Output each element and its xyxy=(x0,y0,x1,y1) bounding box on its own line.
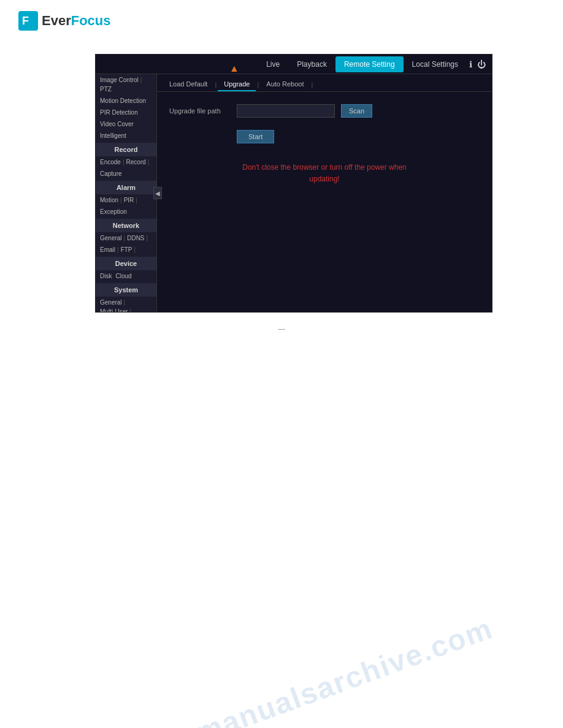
sidebar-header-alarm: Alarm xyxy=(96,181,156,194)
start-button[interactable]: Start xyxy=(237,130,274,143)
sidebar-item-pir-detection[interactable]: PIR Detection xyxy=(98,108,140,117)
everfocus-logo-icon: F xyxy=(18,11,38,31)
nav-icons: ℹ ⏻ xyxy=(469,59,486,69)
sidebar-header-network: Network xyxy=(96,219,156,232)
upgrade-file-path-label: Upgrade file path xyxy=(169,107,231,115)
sidebar-item-motion-detection[interactable]: Motion Detection xyxy=(98,96,148,105)
sidebar-item-encode[interactable]: Encode xyxy=(98,157,123,167)
sidebar-section-encode-record: Encode | Record | xyxy=(96,156,156,168)
sidebar-section-motion-pir: Motion | PIR | xyxy=(96,194,156,206)
main-layout: Image Control | PTZ Motion Detection PIR… xyxy=(96,74,492,312)
sidebar-item-video-cover[interactable]: Video Cover xyxy=(98,119,136,129)
sub-tab-sep-3: | xyxy=(310,81,314,88)
nav-local-settings[interactable]: Local Settings xyxy=(404,56,467,72)
sidebar-item-record[interactable]: Record xyxy=(124,157,148,167)
logo-text: EverFocus xyxy=(42,13,111,29)
nav-live[interactable]: Live xyxy=(258,56,288,72)
power-icon[interactable]: ⏻ xyxy=(477,59,486,69)
svg-text:F: F xyxy=(22,15,29,27)
sidebar-collapse-button[interactable]: ◀ xyxy=(153,187,162,199)
sidebar-section-image-control: Image Control | PTZ xyxy=(96,74,156,95)
form-area: Upgrade file path Scan Start Don't close… xyxy=(157,92,492,197)
sidebar-item-motion[interactable]: Motion xyxy=(98,195,120,205)
sidebar-section-pir: PIR Detection xyxy=(96,107,156,118)
sidebar-item-ddns[interactable]: DDNS xyxy=(125,233,146,243)
sidebar-item-cloud[interactable]: Cloud xyxy=(113,271,133,281)
sub-tab-load-default[interactable]: Load Default xyxy=(163,78,213,91)
sidebar-item-image-control[interactable]: Image Control xyxy=(98,75,140,85)
sub-tab-sep-2: | xyxy=(256,81,260,88)
sidebar-section-email-ftp: Email | FTP | xyxy=(96,244,156,256)
page-number: — xyxy=(0,325,563,352)
sidebar-section-exception: Exception xyxy=(96,206,156,218)
sub-tab-upgrade[interactable]: Upgrade xyxy=(218,78,256,91)
sidebar-item-general[interactable]: General xyxy=(98,233,124,243)
nav-remote-setting[interactable]: Remote Setting xyxy=(335,56,404,72)
sidebar-section-motion: Motion Detection xyxy=(96,95,156,107)
sidebar-section-general-multiuser: General | Multi-User | xyxy=(96,297,156,312)
sidebar-item-general-sys[interactable]: General xyxy=(98,298,124,307)
sidebar-item-disk[interactable]: Disk xyxy=(98,271,113,281)
sidebar-section-general-ddns: General | DDNS | xyxy=(96,232,156,244)
sidebar-item-capture[interactable]: Capture xyxy=(98,169,124,178)
logo-area: F EverFocus xyxy=(0,0,563,42)
sub-tabs: ▲ Load Default | Upgrade | Auto Reboot | xyxy=(157,74,492,92)
watermark: manualsarchive.com xyxy=(191,611,497,728)
sub-tab-auto-reboot[interactable]: Auto Reboot xyxy=(260,78,310,91)
sidebar-item-ftp[interactable]: FTP xyxy=(119,245,134,254)
sidebar-section-disk-cloud: Disk Cloud xyxy=(96,270,156,282)
upgrade-file-path-input[interactable] xyxy=(237,104,335,118)
info-icon[interactable]: ℹ xyxy=(469,59,472,69)
sidebar-item-intelligent[interactable]: Intelligent xyxy=(98,131,128,140)
sidebar-item-ptz[interactable]: PTZ xyxy=(98,85,113,94)
sidebar-header-device: Device xyxy=(96,257,156,270)
nav-playback[interactable]: Playback xyxy=(288,56,335,72)
sidebar-section-intelligent: Intelligent xyxy=(96,130,156,142)
upgrade-file-path-row: Upgrade file path Scan xyxy=(169,104,480,118)
sidebar-item-email[interactable]: Email xyxy=(98,245,117,254)
sidebar-item-pir[interactable]: PIR xyxy=(122,195,136,205)
sidebar-header-system: System xyxy=(96,283,156,297)
sidebar-item-exception[interactable]: Exception xyxy=(98,207,129,216)
sidebar-section-video-cover: Video Cover xyxy=(96,118,156,130)
sidebar: Image Control | PTZ Motion Detection PIR… xyxy=(96,74,157,312)
scan-button[interactable]: Scan xyxy=(341,104,372,118)
upgrade-arrow-icon: ▲ xyxy=(229,63,239,74)
start-row: Start xyxy=(237,126,480,143)
content-area: ▲ Load Default | Upgrade | Auto Reboot |… xyxy=(157,74,492,312)
sub-tab-sep-1: | xyxy=(213,81,218,88)
ui-container: Live Playback Remote Setting Local Setti… xyxy=(95,54,492,313)
warning-text: Don't close the browser or turn off the … xyxy=(169,162,480,185)
top-nav: Live Playback Remote Setting Local Setti… xyxy=(96,55,492,74)
sidebar-section-capture: Capture xyxy=(96,168,156,180)
sidebar-item-multi-user[interactable]: Multi-User xyxy=(98,307,130,312)
sidebar-header-record: Record xyxy=(96,143,156,156)
